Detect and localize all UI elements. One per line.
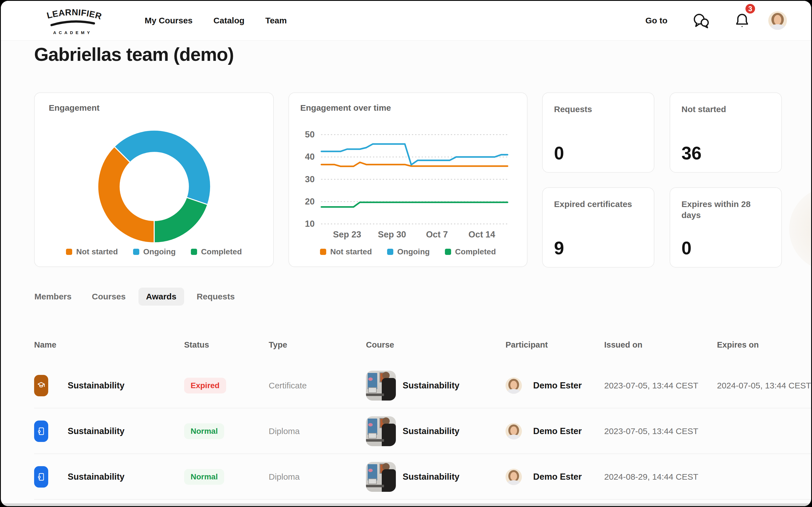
svg-text:Oct 14: Oct 14 <box>469 230 496 239</box>
page-title: Gabriellas team (demo) <box>34 44 234 65</box>
award-type: Diploma <box>269 472 300 482</box>
app-window: LEARNIFIER ACADEMY My Courses Catalog Te… <box>1 1 811 506</box>
status-cell: Expired <box>184 378 226 393</box>
engagement-card: Engagement Not startedOngoingCompleted <box>34 93 274 267</box>
participant-avatar <box>506 378 522 394</box>
avatar-face <box>510 427 517 435</box>
legend-swatch <box>320 249 326 255</box>
expires-within-28-days-value: 0 <box>681 238 692 259</box>
thumbnail-desk <box>366 393 384 396</box>
status-badge: Expired <box>184 378 226 393</box>
avatar-shirt <box>507 389 520 394</box>
logo-academy-text: ACADEMY <box>53 30 93 35</box>
course-name: Sustainability <box>403 472 460 482</box>
avatar-shirt <box>507 435 520 439</box>
svg-text:40: 40 <box>305 152 315 162</box>
engagement-over-time-chart: 5040302010Sep 23Sep 30Oct 7Oct 14 <box>289 93 527 267</box>
window-bottom-strip <box>1 503 811 506</box>
nav-my-courses[interactable]: My Courses <box>145 16 193 25</box>
user-avatar[interactable] <box>768 11 787 30</box>
expires-within-28-days-label: Expires within 28 days <box>681 199 769 221</box>
tab-courses[interactable]: Courses <box>84 288 133 305</box>
thumbnail-laptop <box>368 433 377 439</box>
learnifier-academy-logo[interactable]: LEARNIFIER ACADEMY <box>43 5 102 36</box>
thumbnail-laptop <box>368 387 377 393</box>
legend-label: Ongoing <box>397 247 430 256</box>
engagement-legend: Not startedOngoingCompleted <box>35 247 273 256</box>
not-started-label: Not started <box>681 104 769 115</box>
requests-label: Requests <box>554 104 642 115</box>
tab-members[interactable]: Members <box>27 288 79 305</box>
thumbnail-poster-art <box>368 378 373 381</box>
col-header-status: Status <box>184 340 209 349</box>
avatar-shirt <box>507 480 520 485</box>
thumbnail-poster-art <box>368 423 373 427</box>
course-name: Sustainability <box>403 426 460 436</box>
issued-on-date: 2023-07-05, 13:44 CEST <box>604 427 698 436</box>
course-thumbnail <box>366 371 396 400</box>
nav-team[interactable]: Team <box>265 16 287 25</box>
status-badge: Normal <box>184 469 224 485</box>
thumbnail-poster <box>368 464 377 481</box>
graduation-cap-icon <box>36 381 46 390</box>
svg-text:10: 10 <box>305 219 315 229</box>
main-nav: My Courses Catalog Team <box>145 1 287 40</box>
legend-item: Completed <box>191 247 242 256</box>
table-row[interactable]: Sustainability Normal Diploma Sustainabi… <box>1 408 811 454</box>
nav-catalog[interactable]: Catalog <box>213 16 245 25</box>
svg-text:Sep 23: Sep 23 <box>333 230 361 239</box>
svg-text:Sep 30: Sep 30 <box>378 230 406 239</box>
thumbnail-poster <box>368 418 377 435</box>
bell-icon[interactable] <box>733 12 751 30</box>
requests-stat-card: Requests 0 <box>542 93 654 173</box>
col-header-type: Type <box>269 340 287 349</box>
engagement-over-time-legend: Not startedOngoingCompleted <box>289 247 527 256</box>
tab-awards[interactable]: Awards <box>139 288 184 305</box>
chat-icon[interactable] <box>692 12 710 30</box>
col-header-issued-on: Issued on <box>604 340 642 349</box>
go-to-menu[interactable]: Go to <box>645 1 667 40</box>
legend-item: Completed <box>445 247 496 256</box>
expired-certificates-stat-card: Expired certificates 9 <box>542 187 654 268</box>
not-started-value: 36 <box>681 143 702 164</box>
participant-avatar <box>506 469 522 485</box>
participant-name: Demo Ester <box>533 381 581 391</box>
col-header-name: Name <box>34 340 56 349</box>
avatar-shirt <box>770 24 785 30</box>
floating-widget-cutoff <box>789 187 811 271</box>
participant-name: Demo Ester <box>533 472 581 482</box>
tab-requests[interactable]: Requests <box>189 288 243 305</box>
legend-label: Completed <box>201 247 242 256</box>
expired-certificates-value: 9 <box>554 238 564 259</box>
award-type-icon-tile <box>34 420 48 442</box>
table-row[interactable]: Sustainability Expired Certificate Susta… <box>1 363 811 408</box>
legend-item: Ongoing <box>133 247 175 256</box>
award-name: Sustainability <box>68 426 124 436</box>
thumbnail-person-body <box>382 424 396 446</box>
svg-text:30: 30 <box>305 174 315 184</box>
award-type-icon-tile <box>34 375 48 396</box>
avatar-face <box>510 472 517 481</box>
legend-label: Ongoing <box>143 247 175 256</box>
table-row[interactable]: Sustainability Normal Diploma Sustainabi… <box>1 454 811 500</box>
participant-name: Demo Ester <box>533 426 581 436</box>
not-started-stat-card: Not started 36 <box>670 93 782 173</box>
award-type: Diploma <box>269 427 300 436</box>
diploma-icon <box>36 427 46 436</box>
col-header-participant: Participant <box>506 340 548 349</box>
thumbnail-person-body <box>382 378 396 400</box>
participant-avatar <box>506 423 522 439</box>
award-type-icon-tile <box>34 466 48 488</box>
status-badge: Normal <box>184 424 224 439</box>
engagement-over-time-card: Engagement over time 5040302010Sep 23Sep… <box>289 93 527 267</box>
expires-within-28-days-stat-card: Expires within 28 days 0 <box>670 187 782 268</box>
svg-text:50: 50 <box>305 129 315 139</box>
col-header-expires-on: Expires on <box>717 340 759 349</box>
notification-badge: 3 <box>744 3 756 15</box>
legend-label: Not started <box>330 247 372 256</box>
col-header-course: Course <box>366 340 394 349</box>
status-cell: Normal <box>184 469 224 485</box>
legend-swatch <box>445 249 451 255</box>
thumbnail-desk <box>366 439 384 442</box>
thumbnail-laptop <box>368 478 377 484</box>
